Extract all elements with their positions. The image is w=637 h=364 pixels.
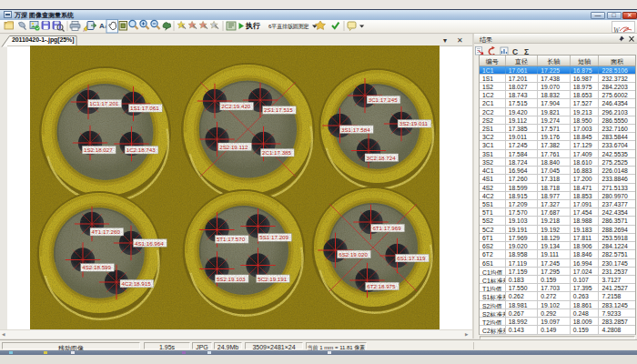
svg-text:执行: 执行 xyxy=(245,22,260,30)
svg-text:6平直排版圆测定: 6平直排版圆测定 xyxy=(268,23,309,30)
